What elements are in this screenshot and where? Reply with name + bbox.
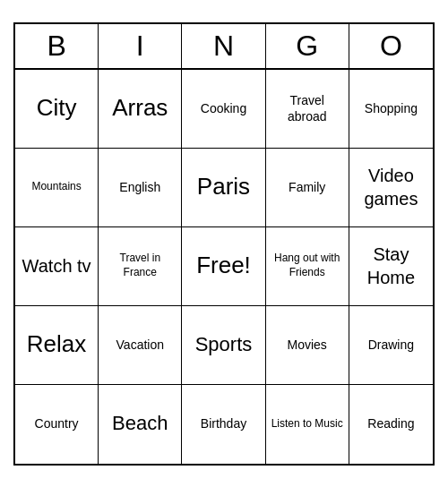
- cell-text-17: Sports: [195, 332, 253, 358]
- cell-text-8: Family: [289, 179, 325, 195]
- cell-text-19: Drawing: [368, 337, 414, 353]
- bingo-cell-6[interactable]: English: [99, 149, 182, 227]
- cell-text-20: Country: [35, 415, 79, 431]
- cell-text-6: English: [119, 179, 160, 195]
- bingo-cell-12[interactable]: Free!: [182, 227, 265, 306]
- bingo-grid: CityArrasCookingTravel abroadShoppingMou…: [15, 70, 433, 464]
- bingo-cell-14[interactable]: Stay Home: [349, 227, 433, 306]
- bingo-cell-21[interactable]: Beach: [99, 385, 182, 464]
- cell-text-10: Watch tv: [22, 254, 91, 278]
- cell-text-16: Vacation: [116, 337, 164, 353]
- cell-text-18: Movies: [288, 337, 327, 353]
- bingo-cell-22[interactable]: Birthday: [182, 385, 265, 464]
- bingo-cell-4[interactable]: Shopping: [349, 70, 433, 149]
- cell-text-1: Arras: [112, 93, 168, 124]
- cell-text-0: City: [37, 93, 77, 124]
- bingo-header: BINGO: [15, 24, 433, 70]
- cell-text-3: Travel abroad: [271, 92, 343, 124]
- cell-text-11: Travel in France: [104, 252, 176, 279]
- header-letter-i: I: [99, 24, 182, 68]
- bingo-cell-19[interactable]: Drawing: [349, 306, 433, 385]
- cell-text-7: Paris: [197, 172, 250, 202]
- header-letter-n: N: [182, 24, 265, 68]
- bingo-cell-5[interactable]: Mountains: [15, 149, 99, 227]
- bingo-cell-0[interactable]: City: [15, 70, 99, 149]
- header-letter-b: B: [15, 24, 99, 68]
- cell-text-2: Cooking: [201, 100, 246, 116]
- cell-text-22: Birthday: [201, 415, 246, 431]
- cell-text-14: Stay Home: [355, 243, 427, 289]
- bingo-cell-18[interactable]: Movies: [266, 306, 349, 385]
- bingo-cell-1[interactable]: Arras: [99, 70, 182, 149]
- bingo-cell-9[interactable]: Video games: [349, 149, 433, 227]
- bingo-cell-8[interactable]: Family: [266, 149, 349, 227]
- cell-text-4: Shopping: [365, 100, 418, 116]
- bingo-cell-13[interactable]: Hang out with Friends: [266, 227, 349, 306]
- cell-text-23: Listen to Music: [271, 417, 343, 431]
- bingo-cell-3[interactable]: Travel abroad: [266, 70, 349, 149]
- header-letter-g: G: [266, 24, 349, 68]
- bingo-cell-15[interactable]: Relax: [15, 306, 99, 385]
- cell-text-5: Mountains: [31, 180, 81, 194]
- bingo-card: BINGO CityArrasCookingTravel abroadShopp…: [13, 22, 435, 466]
- cell-text-24: Reading: [367, 415, 414, 431]
- bingo-cell-20[interactable]: Country: [15, 385, 99, 464]
- bingo-cell-23[interactable]: Listen to Music: [266, 385, 349, 464]
- cell-text-21: Beach: [112, 411, 168, 437]
- cell-text-9: Video games: [355, 164, 427, 210]
- cell-text-13: Hang out with Friends: [271, 252, 343, 279]
- header-letter-o: O: [349, 24, 433, 68]
- bingo-cell-10[interactable]: Watch tv: [15, 227, 99, 306]
- bingo-cell-2[interactable]: Cooking: [182, 70, 265, 149]
- bingo-cell-17[interactable]: Sports: [182, 306, 265, 385]
- bingo-cell-7[interactable]: Paris: [182, 149, 265, 227]
- bingo-cell-16[interactable]: Vacation: [99, 306, 182, 385]
- bingo-cell-24[interactable]: Reading: [349, 385, 433, 464]
- cell-text-12: Free!: [196, 251, 251, 281]
- bingo-cell-11[interactable]: Travel in France: [99, 227, 182, 306]
- cell-text-15: Relax: [27, 329, 86, 360]
